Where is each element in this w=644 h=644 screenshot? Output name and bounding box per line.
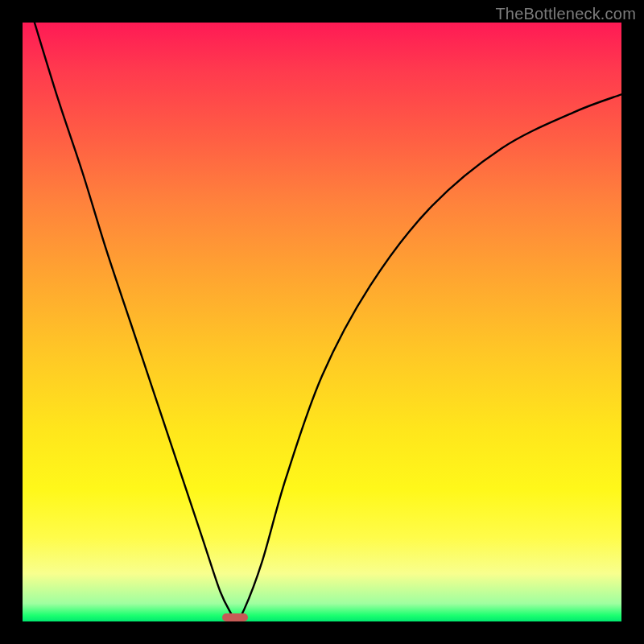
plot-area — [23, 23, 621, 621]
v-curve-path — [35, 23, 621, 621]
watermark-text: TheBottleneck.com — [495, 5, 636, 23]
chart-frame: TheBottleneck.com — [0, 0, 644, 644]
v-curve-line — [23, 23, 621, 621]
min-marker — [222, 613, 247, 621]
